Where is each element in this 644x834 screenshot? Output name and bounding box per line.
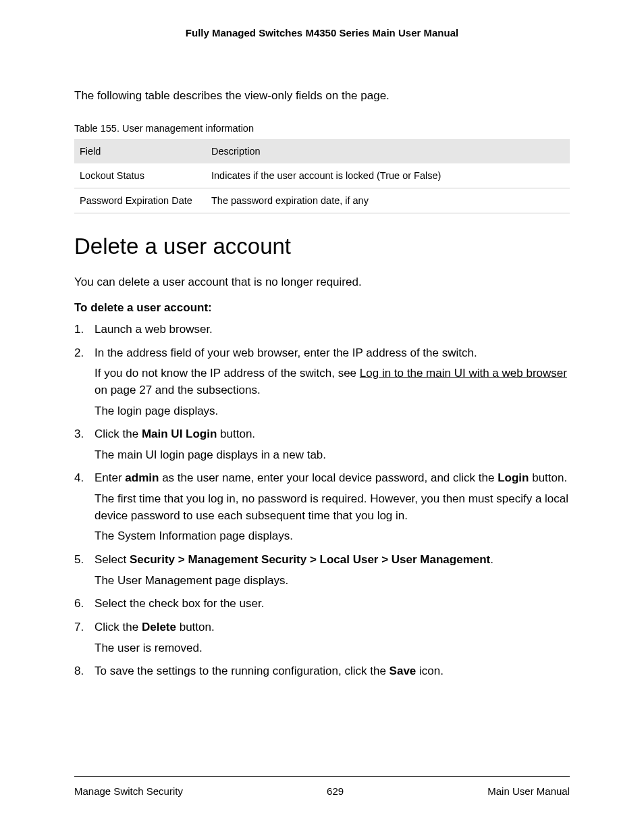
- footer-rule: [74, 776, 570, 777]
- intro-text: The following table describes the view-o…: [74, 89, 570, 103]
- text: as the user name, enter your local devic…: [159, 471, 498, 484]
- step-4: Enter admin as the user name, enter your…: [74, 470, 570, 545]
- text: icon.: [416, 664, 444, 677]
- text: Click the: [95, 621, 142, 633]
- page-footer: Manage Switch Security 629 Main User Man…: [74, 785, 570, 797]
- procedure-steps: Launch a web browser. In the address fie…: [74, 321, 570, 680]
- footer-page-number: 629: [327, 785, 344, 797]
- text: Select: [95, 553, 130, 566]
- step-text: In the address field of your web browser…: [95, 346, 477, 359]
- step-sub: The user is removed.: [95, 640, 570, 657]
- text: button.: [217, 427, 255, 440]
- step-sub: The main UI login page displays in a new…: [95, 447, 570, 464]
- cell-desc: Indicates if the user account is locked …: [206, 163, 570, 188]
- footer-left: Manage Switch Security: [74, 785, 183, 797]
- step-2: In the address field of your web browser…: [74, 345, 570, 420]
- bold: Login: [498, 471, 529, 484]
- th-description: Description: [206, 139, 570, 163]
- step-5: Select Security > Management Security > …: [74, 552, 570, 589]
- bold: admin: [125, 471, 159, 484]
- cell-field: Lockout Status: [74, 163, 206, 188]
- bold: Security > Management Security > Local U…: [130, 553, 490, 566]
- section-intro: You can delete a user account that is no…: [74, 276, 570, 289]
- step-sub: The login page displays.: [95, 403, 570, 420]
- user-mgmt-table: Field Description Lockout Status Indicat…: [74, 139, 570, 213]
- text: To save the settings to the running conf…: [95, 664, 390, 677]
- text: Enter: [95, 471, 125, 484]
- procedure-title: To delete a user account:: [74, 301, 570, 315]
- step-sub: The System Information page displays.: [95, 528, 570, 545]
- page-header: Fully Managed Switches M4350 Series Main…: [74, 27, 570, 38]
- step-sub: The User Management page displays.: [95, 573, 570, 590]
- bold: Save: [390, 664, 417, 677]
- xref-link[interactable]: Log in to the main UI with a web browser: [360, 367, 567, 380]
- table-row: Lockout Status Indicates if the user acc…: [74, 163, 570, 188]
- text: Click the: [95, 427, 142, 440]
- step-8: To save the settings to the running conf…: [74, 663, 570, 680]
- th-field: Field: [74, 139, 206, 163]
- step-1: Launch a web browser.: [74, 321, 570, 338]
- section-title: Delete a user account: [74, 234, 570, 259]
- bold: Main UI Login: [142, 427, 217, 440]
- table-row: Password Expiration Date The password ex…: [74, 188, 570, 213]
- cell-field: Password Expiration Date: [74, 188, 206, 213]
- step-6: Select the check box for the user.: [74, 596, 570, 613]
- footer-right: Main User Manual: [487, 785, 570, 797]
- cell-desc: The password expiration date, if any: [206, 188, 570, 213]
- table-caption: Table 155. User management information: [74, 123, 570, 134]
- text: button.: [529, 471, 567, 484]
- step-sub: The first time that you log in, no passw…: [95, 491, 570, 524]
- text: If you do not know the IP address of the…: [95, 367, 360, 380]
- step-sub: If you do not know the IP address of the…: [95, 365, 570, 398]
- bold: Delete: [142, 621, 176, 633]
- step-3: Click the Main UI Login button. The main…: [74, 426, 570, 463]
- step-7: Click the Delete button. The user is rem…: [74, 619, 570, 656]
- text: .: [490, 553, 493, 566]
- text: on page 27 and the subsections.: [95, 384, 261, 396]
- text: button.: [176, 621, 215, 633]
